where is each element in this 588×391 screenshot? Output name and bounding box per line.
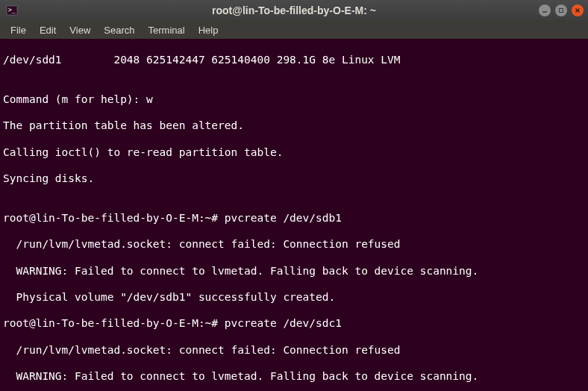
menubar: File Edit View Search Terminal Help — [0, 21, 588, 39]
menu-terminal[interactable]: Terminal — [143, 23, 191, 37]
menu-edit[interactable]: Edit — [34, 23, 62, 37]
window-titlebar: >_ root@lin-To-be-filled-by-O-E-M: ~ — [0, 0, 588, 21]
svg-text:>_: >_ — [8, 7, 16, 13]
menu-file[interactable]: File — [4, 23, 32, 37]
window-title: root@lin-To-be-filled-by-O-E-M: ~ — [212, 4, 376, 16]
maximize-button[interactable] — [555, 4, 567, 16]
terminal-line: Command (m for help): w — [3, 93, 585, 107]
terminal-line: Syncing disks. — [3, 172, 585, 186]
menu-search[interactable]: Search — [98, 23, 140, 37]
terminal-line: root@lin-To-be-filled-by-O-E-M:~# pvcrea… — [3, 317, 585, 331]
terminal-line: /run/lvm/lvmetad.socket: connect failed:… — [3, 238, 585, 251]
terminal-line: Physical volume "/dev/sdb1" successfully… — [3, 291, 585, 304]
menu-view[interactable]: View — [63, 23, 96, 37]
close-button[interactable] — [572, 4, 584, 16]
window-controls — [539, 4, 584, 16]
svg-rect-3 — [560, 9, 563, 13]
menu-help[interactable]: Help — [193, 23, 225, 37]
terminal-output[interactable]: /dev/sdd1 2048 625142447 625140400 298.1… — [0, 39, 588, 391]
terminal-app-icon: >_ — [6, 4, 18, 16]
terminal-line: /dev/sdd1 2048 625142447 625140400 298.1… — [3, 54, 585, 67]
terminal-line: WARNING: Failed to connect to lvmetad. F… — [3, 370, 585, 384]
terminal-line: Calling ioctl() to re-read partition tab… — [3, 146, 585, 160]
terminal-line: root@lin-To-be-filled-by-O-E-M:~# pvcrea… — [3, 212, 585, 225]
terminal-line: The partition table has been altered. — [3, 119, 585, 133]
minimize-button[interactable] — [539, 4, 551, 16]
terminal-line: /run/lvm/lvmetad.socket: connect failed:… — [3, 344, 585, 357]
terminal-line: WARNING: Failed to connect to lvmetad. F… — [3, 265, 585, 278]
